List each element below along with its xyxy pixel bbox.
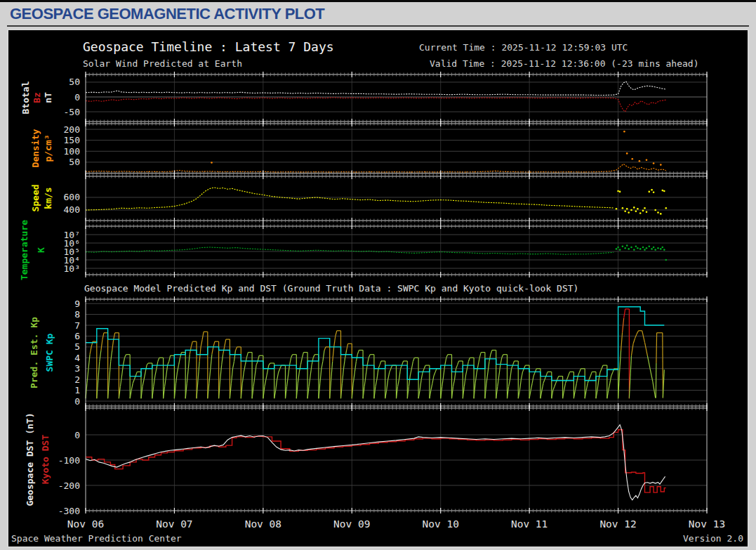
svg-text:0: 0	[74, 396, 80, 407]
kp-dst-section-title: Geospace Model Predicted Kp and DST (Gro…	[84, 283, 578, 294]
svg-text:100: 100	[64, 146, 80, 157]
svg-text:10³: 10³	[64, 263, 80, 274]
ylabel-geospace-dst: Geospace DST (nT)	[25, 412, 35, 506]
svg-text:50: 50	[69, 157, 80, 167]
svg-text:Nov 11: Nov 11	[511, 518, 548, 530]
svg-text:150: 150	[64, 135, 80, 145]
svg-text:-100: -100	[58, 455, 80, 466]
svg-text:0: 0	[74, 92, 80, 103]
plot-subtitle: Solar Wind Predicted at Earth	[83, 58, 242, 69]
svg-text:6: 6	[74, 331, 80, 341]
current-time-label: Current Time : 2025-11-12 12:59:03 UTC	[419, 42, 628, 53]
svg-text:-50: -50	[64, 107, 80, 117]
panel-temp: 10⁷10⁶10⁵10⁴10³	[64, 223, 707, 277]
ylabel-btotal: Btotal	[20, 81, 31, 114]
svg-text:9: 9	[74, 299, 80, 309]
svg-text:200: 200	[64, 124, 80, 135]
x-axis-day-labels: Nov 06Nov 07Nov 08Nov 09Nov 10Nov 11Nov …	[67, 518, 725, 530]
footer-version: Version 2.0	[683, 533, 743, 544]
svg-text:Nov 07: Nov 07	[156, 518, 192, 530]
ylabel-speed: Speed	[30, 184, 41, 211]
svg-text:3: 3	[74, 363, 80, 374]
svg-text:-200: -200	[58, 480, 80, 491]
svg-text:400: 400	[64, 204, 80, 215]
ylabel-density-units: p/cm³	[43, 134, 53, 162]
ylabel-nt: nT	[43, 92, 53, 103]
ylabel-density: Density	[30, 129, 41, 168]
svg-text:-300: -300	[58, 506, 80, 516]
panel-density: 20015010050	[64, 121, 707, 176]
svg-text:0: 0	[74, 430, 80, 440]
plot-title: Geospace Timeline : Latest 7 Days	[83, 39, 334, 54]
svg-text:4: 4	[74, 353, 80, 363]
valid-time-label: Valid Time : 2025-11-12 12:36:00 (-23 mi…	[430, 58, 699, 69]
svg-text:7: 7	[74, 320, 80, 331]
page-title: GEOSPACE GEOMAGNETIC ACTIVITY PLOT	[10, 5, 324, 22]
svg-text:Nov 13: Nov 13	[689, 518, 725, 530]
svg-text:Nov 08: Nov 08	[245, 518, 281, 530]
ylabel-kyoto-dst: Kyoto DST	[40, 435, 51, 484]
svg-text:2: 2	[74, 374, 80, 385]
page-header: GEOSPACE GEOMAGNETIC ACTIVITY PLOT	[7, 2, 749, 27]
ylabel-pred-kp: Pred. Est. Kp	[29, 317, 39, 388]
svg-text:8: 8	[74, 309, 80, 320]
footer-source: Space Weather Prediction Center	[11, 533, 182, 544]
svg-text:Nov 09: Nov 09	[333, 518, 370, 530]
svg-text:50: 50	[69, 77, 80, 87]
svg-text:1: 1	[74, 385, 80, 395]
panel-speed: 600400	[64, 173, 707, 223]
plot-frame: 500-502001501005060040010⁷10⁶10⁵10⁴10³98…	[7, 29, 749, 548]
svg-text:Nov 10: Nov 10	[423, 518, 459, 530]
page: GEOSPACE GEOMAGNETIC ACTIVITY PLOT 500-5…	[0, 0, 756, 550]
ylabel-speed-units: km/s	[43, 187, 53, 209]
ylabel-temperature-units: K	[36, 247, 46, 253]
panel-kp: 9876543210	[74, 296, 707, 409]
svg-text:Nov 06: Nov 06	[67, 518, 104, 530]
svg-text:5: 5	[74, 341, 80, 352]
ylabel-swpc-kp: SWPC Kp	[44, 334, 55, 372]
panel-bfield: 500-50	[64, 72, 707, 124]
svg-text:600: 600	[64, 192, 80, 202]
ylabel-temperature: Temperature	[19, 220, 29, 280]
svg-text:Nov 12: Nov 12	[599, 518, 636, 530]
panel-dst: 0-100-200-300	[58, 405, 707, 516]
ylabel-bz: Bz	[32, 92, 42, 103]
